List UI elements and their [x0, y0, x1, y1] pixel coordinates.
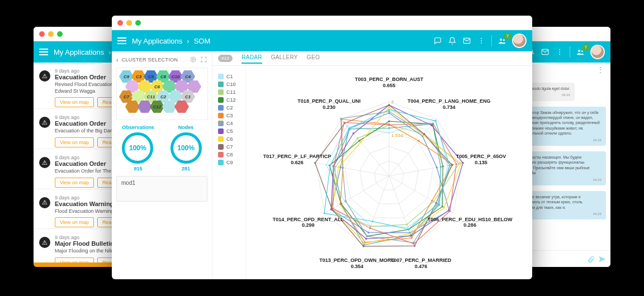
svg-point-109 — [435, 202, 437, 204]
legend-swatch — [218, 82, 224, 87]
svg-point-121 — [332, 207, 334, 209]
zoom-dot[interactable] — [135, 20, 141, 26]
chevron-right-icon: › — [187, 37, 189, 45]
team-icon[interactable] — [576, 47, 585, 56]
legend-label: C2 — [226, 105, 233, 111]
svg-point-104 — [338, 166, 339, 168]
legend-item[interactable]: C12 — [218, 97, 240, 103]
back-icon[interactable]: ‹ — [116, 56, 119, 63]
legend-item[interactable]: C10 — [218, 82, 240, 87]
legend-swatch — [218, 160, 224, 165]
legend-item[interactable]: C1 — [218, 74, 240, 79]
svg-point-9 — [481, 42, 482, 44]
legend-label: C1 — [226, 74, 233, 79]
svg-line-22 — [342, 119, 389, 176]
zoom-dot[interactable] — [57, 31, 63, 37]
crumb-root[interactable]: My Applications — [132, 37, 182, 45]
attach-icon[interactable] — [587, 255, 595, 263]
svg-point-97 — [388, 106, 390, 108]
svg-point-124 — [388, 109, 390, 111]
panel-more-icon[interactable]: ⋮ — [596, 65, 605, 74]
cluster-panel-title: CLUSTER SELECTION — [122, 57, 178, 63]
radar-chart[interactable]: 1.S102 T003_PERC_P_BORN_AUST0.655T004_PE… — [246, 66, 532, 279]
crumb-leaf[interactable]: SOM — [194, 37, 211, 45]
legend-label: C12 — [226, 97, 236, 103]
legend: C1C10C11C12C2C3C4C5C6C7C8C9 — [212, 66, 246, 279]
svg-point-76 — [339, 203, 341, 205]
radar-axis-label: T013_PERC_OPD_OWN_MORG0.354 — [319, 257, 395, 270]
alert-icon: ⚠ — [39, 197, 50, 208]
more-icon[interactable] — [477, 36, 486, 45]
svg-point-130 — [323, 212, 325, 214]
svg-point-84 — [366, 236, 368, 237]
send-icon[interactable] — [598, 255, 606, 263]
legend-item[interactable]: C9 — [218, 160, 240, 165]
cluster-hex-grid[interactable]: C9C3C5C8C10C4C6C7C11C2C1C12 — [116, 68, 208, 120]
close-dot[interactable] — [117, 20, 123, 26]
svg-text:1.S10: 1.S10 — [391, 133, 403, 138]
svg-point-120 — [369, 227, 371, 229]
svg-point-115 — [388, 124, 390, 126]
svg-point-122 — [333, 165, 334, 167]
minimize-dot[interactable] — [48, 31, 54, 37]
svg-point-29 — [407, 226, 409, 228]
avatar[interactable] — [590, 45, 605, 59]
bell-icon[interactable] — [448, 36, 457, 45]
legend-item[interactable]: C2 — [218, 105, 240, 111]
view-on-map-button[interactable]: View on map — [55, 217, 94, 227]
svg-point-108 — [451, 164, 453, 166]
legend-item[interactable]: C6 — [218, 136, 240, 142]
legend-swatch — [218, 121, 224, 126]
svg-point-93 — [365, 238, 367, 240]
legend-label: C3 — [226, 113, 233, 118]
legend-item[interactable]: C8 — [218, 152, 240, 157]
legend-item[interactable]: C3 — [218, 113, 240, 118]
fullscreen-icon[interactable] — [200, 56, 207, 63]
radar-axis-label: T018_PERC_P_QUAL_UNI0.230 — [297, 98, 361, 111]
chat-icon[interactable] — [433, 36, 442, 45]
window-titlebar — [112, 16, 532, 30]
legend-item[interactable]: C7 — [218, 144, 240, 150]
legend-item[interactable]: C5 — [218, 128, 240, 134]
crumb-root[interactable]: My Applications — [54, 48, 104, 56]
more-icon[interactable] — [555, 47, 564, 56]
minimize-dot[interactable] — [126, 20, 132, 26]
menu-icon[interactable] — [39, 49, 48, 55]
tab-gallery[interactable]: GALLERY — [271, 54, 298, 63]
obs-count: 915 — [122, 166, 154, 171]
view-on-map-button[interactable]: View on map — [55, 137, 94, 147]
tab-radar[interactable]: RADAR — [242, 54, 262, 64]
menu-icon[interactable] — [117, 37, 126, 44]
mail-icon[interactable] — [541, 47, 550, 56]
svg-point-46 — [433, 200, 434, 202]
tab-geo[interactable]: GEO — [307, 54, 320, 63]
legend-label: C6 — [226, 136, 233, 142]
radar-axis-label: T004_PERC_P_LANG_HOME_ENG0.734 — [408, 98, 491, 111]
svg-point-71 — [418, 140, 419, 142]
target-icon[interactable] — [190, 56, 197, 63]
view-on-map-button[interactable]: View on map — [55, 97, 94, 107]
mail-icon[interactable] — [462, 36, 471, 45]
legend-label: C9 — [226, 160, 233, 165]
svg-point-127 — [437, 203, 438, 205]
svg-point-55 — [442, 206, 443, 207]
series-count-pill: #12 — [218, 55, 233, 62]
svg-point-107 — [423, 133, 425, 135]
avatar[interactable] — [512, 34, 527, 48]
svg-point-11 — [503, 39, 505, 41]
svg-point-85 — [345, 200, 347, 202]
legend-item[interactable]: C4 — [218, 121, 240, 126]
legend-label: C4 — [226, 121, 233, 126]
legend-item[interactable]: C11 — [218, 89, 240, 95]
team-icon[interactable] — [498, 36, 506, 45]
svg-point-87 — [340, 118, 342, 120]
svg-point-102 — [363, 242, 365, 244]
svg-point-33 — [346, 125, 348, 127]
svg-line-19 — [364, 176, 389, 246]
view-on-map-button[interactable]: View on map — [55, 178, 94, 188]
legend-swatch — [218, 128, 224, 134]
svg-point-60 — [358, 140, 360, 141]
model-box[interactable]: mod1 — [116, 176, 207, 202]
close-dot[interactable] — [39, 31, 45, 37]
svg-point-3 — [559, 54, 560, 55]
